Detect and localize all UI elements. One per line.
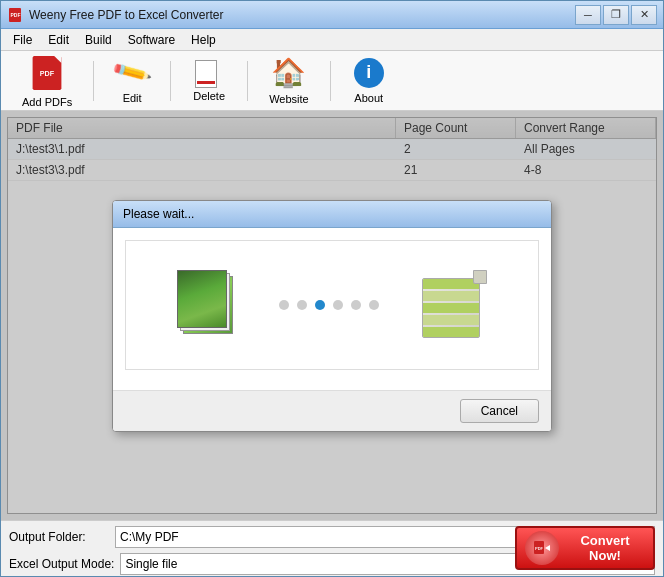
delete-label: Delete [193, 90, 225, 102]
excel-mode-label: Excel Output Mode: [9, 557, 114, 571]
menu-bar: File Edit Build Software Help [1, 29, 663, 51]
app-icon: PDF [7, 7, 23, 23]
dot-5 [369, 300, 379, 310]
bottom-bar: Output Folder: ... Excel Output Mode: Si… [1, 520, 663, 576]
add-pdfs-button[interactable]: Add PDFs [9, 55, 85, 107]
convert-icon: PDF [525, 531, 559, 565]
modal-overlay: Please wait... [1, 111, 663, 520]
add-pdfs-icon [31, 54, 63, 92]
progress-modal: Please wait... [112, 200, 552, 432]
toolbar-separator-2 [170, 61, 171, 101]
output-folder-label: Output Folder: [9, 530, 109, 544]
edit-icon: ✏️ [111, 51, 154, 94]
toolbar-separator-3 [247, 61, 248, 101]
animation-area [125, 240, 539, 370]
dot-2 [315, 300, 325, 310]
svg-text:PDF: PDF [535, 546, 544, 551]
dot-0 [279, 300, 289, 310]
about-button[interactable]: i About [339, 55, 399, 107]
modal-body [113, 228, 551, 390]
cancel-button[interactable]: Cancel [460, 399, 539, 423]
about-label: About [354, 92, 383, 104]
excel-box-fold [473, 270, 487, 284]
dot-3 [333, 300, 343, 310]
image-card-front [177, 270, 227, 328]
dot-1 [297, 300, 307, 310]
title-bar-controls: ─ ❐ ✕ [575, 5, 657, 25]
website-icon: 🏠 [271, 56, 306, 89]
modal-title: Please wait... [123, 207, 194, 221]
title-bar: PDF Weeny Free PDF to Excel Converter ─ … [1, 1, 663, 29]
svg-marker-4 [545, 545, 550, 551]
menu-build[interactable]: Build [77, 31, 120, 49]
modal-footer: Cancel [113, 390, 551, 431]
menu-file[interactable]: File [5, 31, 40, 49]
target-excel-icon [422, 270, 487, 340]
menu-edit[interactable]: Edit [40, 31, 77, 49]
modal-title-bar: Please wait... [113, 201, 551, 228]
excel-box-body [422, 278, 480, 338]
add-pdfs-label: Add PDFs [22, 96, 72, 108]
source-image-icon [177, 270, 237, 340]
svg-text:PDF: PDF [11, 12, 21, 18]
window-title: Weeny Free PDF to Excel Converter [29, 8, 575, 22]
toolbar: Add PDFs ✏️ Edit Delete 🏠 Website i Abou… [1, 51, 663, 111]
dot-4 [351, 300, 361, 310]
toolbar-separator-1 [93, 61, 94, 101]
restore-button[interactable]: ❐ [603, 5, 629, 25]
close-button[interactable]: ✕ [631, 5, 657, 25]
website-label: Website [269, 93, 309, 105]
about-icon: i [354, 58, 384, 88]
toolbar-separator-4 [330, 61, 331, 101]
progress-dots [279, 300, 379, 310]
main-area: PDF File Page Count Convert Range J:\tes… [1, 111, 663, 520]
menu-software[interactable]: Software [120, 31, 183, 49]
app-window: PDF Weeny Free PDF to Excel Converter ─ … [0, 0, 664, 577]
edit-button[interactable]: ✏️ Edit [102, 55, 162, 107]
convert-now-button[interactable]: PDF Convert Now! [515, 526, 655, 570]
delete-icon [195, 60, 223, 86]
menu-help[interactable]: Help [183, 31, 224, 49]
delete-button[interactable]: Delete [179, 55, 239, 107]
minimize-button[interactable]: ─ [575, 5, 601, 25]
convert-now-label: Convert Now! [565, 533, 645, 563]
website-button[interactable]: 🏠 Website [256, 55, 322, 107]
